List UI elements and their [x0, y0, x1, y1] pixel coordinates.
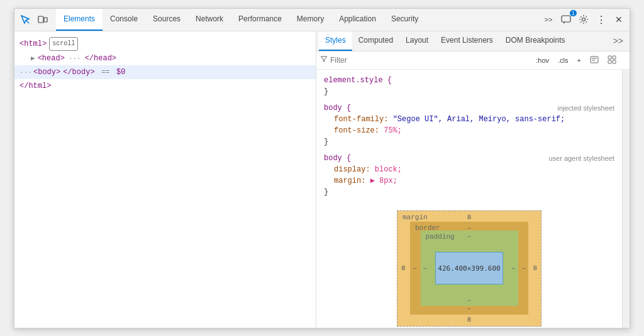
top-tab-bar: Elements Console Sources Network Perform…: [14, 9, 630, 31]
svg-rect-1: [38, 16, 43, 23]
devtools-window: Elements Console Sources Network Perform…: [14, 8, 630, 328]
chat-icon[interactable]: 1: [558, 11, 574, 28]
margin-left: 8: [401, 264, 406, 272]
right-panel: Styles Computed Layout Event Listeners D…: [316, 31, 630, 328]
font-family-value: "Segoe UI", Arial, Meiryo, sans-serif;: [393, 115, 565, 124]
notification-badge: 1: [570, 10, 577, 16]
body-selector-1: body {: [324, 104, 351, 112]
element-style-selector: element.style {: [324, 76, 392, 85]
body-rule-1-origin: injected stylesheet: [558, 102, 615, 114]
margin-label: margin: [402, 214, 428, 221]
head-expander[interactable]: ▶: [31, 52, 35, 65]
main-tab-list: Elements Console Sources Network Perform…: [56, 9, 538, 31]
margin-value: ▶ 8px;: [370, 176, 397, 185]
hov-button[interactable]: :hov: [533, 55, 552, 65]
svg-rect-5: [591, 57, 598, 63]
toolbar-icons: [17, 11, 51, 28]
cls-button[interactable]: .cls: [555, 55, 572, 65]
scroll-badge[interactable]: scroll: [49, 37, 78, 51]
tab-memory[interactable]: Memory: [289, 9, 331, 31]
tab-styles[interactable]: Styles: [319, 31, 352, 51]
dom-row-head[interactable]: ▶ <head> ··· </head>: [14, 51, 316, 65]
tab-elements[interactable]: Elements: [56, 9, 103, 31]
right-scrollbar[interactable]: [622, 70, 630, 328]
margin-bottom: 8: [467, 316, 472, 323]
body-rule-2: body { user agent stylesheet display: bl…: [316, 150, 622, 200]
html-tag: <html>: [19, 38, 47, 50]
svg-line-0: [26, 20, 29, 23]
add-style-button[interactable]: +: [574, 55, 584, 65]
padding-bottom: –: [467, 296, 472, 304]
tab-computed[interactable]: Computed: [352, 31, 399, 51]
padding-top: –: [467, 232, 472, 240]
font-size-value: 75%;: [384, 126, 402, 135]
tab-performance[interactable]: Performance: [231, 9, 289, 31]
more-tabs-button[interactable]: >>: [540, 11, 557, 28]
body-open-tag: <body>: [33, 66, 60, 79]
tab-security[interactable]: Security: [384, 9, 426, 31]
body-rule-1: body { injected stylesheet font-family: …: [316, 100, 622, 150]
svg-rect-8: [608, 56, 611, 59]
svg-rect-9: [613, 56, 616, 59]
margin-top: 8: [467, 214, 472, 221]
filter-input[interactable]: [330, 56, 530, 65]
svg-rect-10: [608, 60, 611, 63]
settings-icon[interactable]: [575, 11, 592, 28]
content-box: 426.400×399.600: [435, 252, 503, 285]
equals-sign: ==: [97, 66, 114, 79]
close-icon[interactable]: ✕: [611, 11, 627, 28]
styles-panel: element.style { } body { injected styles…: [316, 70, 622, 328]
padding-box: padding – – – – 426.400×399.600: [421, 230, 518, 306]
computed-view-icon[interactable]: [604, 54, 619, 67]
body-selector-2: body {: [324, 154, 351, 163]
dollar-sign: $0: [116, 66, 125, 79]
svg-rect-3: [562, 16, 570, 22]
tab-sources[interactable]: Sources: [145, 9, 188, 31]
filter-icon: [320, 55, 328, 65]
filter-bar: :hov .cls +: [316, 51, 630, 70]
dom-row-dots: ···: [19, 66, 31, 79]
inspect-icon[interactable]: [17, 11, 33, 28]
html-close-tag: </html>: [19, 80, 51, 92]
main-content: <html> scroll ▶ <head> ··· </head> ··· <…: [14, 31, 630, 328]
element-style-rule: element.style { }: [316, 72, 622, 100]
head-close-tag: </head>: [85, 52, 116, 65]
border-box: border – – – – padding – – –: [410, 222, 528, 315]
tab-event-listeners[interactable]: Event Listeners: [435, 31, 499, 51]
tab-console[interactable]: Console: [103, 9, 145, 31]
font-family-prop: font-family:: [334, 115, 388, 124]
kebab-menu-icon[interactable]: ⋮: [593, 11, 609, 28]
filter-actions: :hov .cls +: [533, 54, 619, 67]
tab-application[interactable]: Application: [331, 9, 384, 31]
head-ellipsis: ···: [69, 52, 81, 65]
border-left: –: [413, 264, 417, 272]
styles-area: element.style { } body { injected styles…: [316, 70, 630, 328]
display-prop: display:: [334, 165, 370, 174]
sub-tab-more[interactable]: >>: [609, 36, 627, 46]
head-tag: <head>: [38, 52, 65, 65]
border-right: –: [521, 264, 526, 272]
sub-tab-bar: Styles Computed Layout Event Listeners D…: [316, 31, 630, 51]
padding-label: padding: [426, 233, 455, 241]
tab-layout[interactable]: Layout: [399, 31, 435, 51]
margin-prop: margin:: [334, 176, 365, 185]
body-close-tag: </body>: [63, 66, 94, 79]
dom-row-html-close[interactable]: </html>: [14, 79, 316, 93]
top-bar-actions: >> 1 ⋮ ✕: [540, 11, 627, 28]
left-panel: <html> scroll ▶ <head> ··· </head> ··· <…: [14, 31, 316, 328]
svg-rect-2: [44, 18, 47, 22]
margin-box: margin 8 8 8 8 border – – – –: [397, 210, 541, 327]
tab-network[interactable]: Network: [188, 9, 231, 31]
padding-right: –: [511, 264, 516, 272]
display-value: block;: [375, 165, 402, 174]
dimensions: 426.400×399.600: [438, 264, 500, 273]
element-state-icon[interactable]: [587, 54, 602, 67]
margin-right: 8: [533, 264, 537, 272]
tab-dom-breakpoints[interactable]: DOM Breakpoints: [499, 31, 572, 51]
box-model: margin 8 8 8 8 border – – – –: [316, 200, 622, 328]
device-icon[interactable]: [35, 11, 51, 28]
padding-left: –: [423, 264, 428, 272]
body-rule-2-origin: user agent stylesheet: [548, 153, 614, 164]
dom-row-body[interactable]: ··· <body> </body> == $0: [14, 65, 316, 79]
dom-row-html[interactable]: <html> scroll: [14, 36, 316, 51]
